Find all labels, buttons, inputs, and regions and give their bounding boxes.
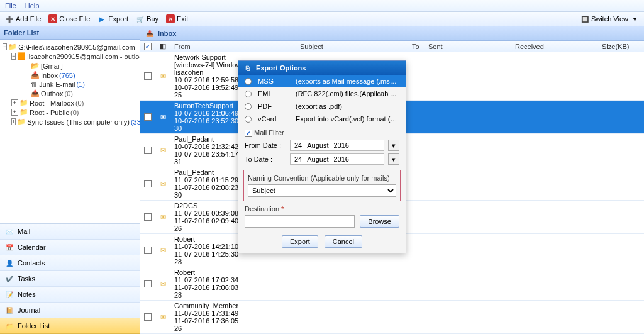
tree-inbox[interactable]: 📥 Inbox (765) — [1, 70, 138, 80]
expand-icon[interactable]: + — [11, 99, 18, 106]
format-desc: (exports as Mail message (.msg) files.) — [296, 77, 399, 85]
export-format-option[interactable]: PDF (export as .pdf) — [238, 100, 406, 113]
row-checkbox[interactable] — [144, 313, 152, 321]
calendar-icon[interactable]: ▾ — [388, 153, 399, 165]
radio-icon[interactable] — [245, 116, 252, 123]
col-from[interactable]: From — [170, 42, 296, 52]
to-date-picker[interactable]: 24August2016 — [290, 153, 384, 165]
row-from: Community_Member 11-07-2016 17:31:49 11-… — [170, 301, 296, 333]
export-button[interactable]: ▶Export — [97, 14, 128, 23]
row-checkbox[interactable] — [144, 113, 152, 121]
row-checkbox[interactable] — [144, 213, 152, 221]
calendar-icon: 📅 — [5, 243, 14, 252]
tree-store[interactable]: −🟧 lisacohen290915@gmail.com - outlook.p… — [1, 52, 138, 61]
menu-help[interactable]: Help — [25, 2, 40, 9]
nav-calendar[interactable]: 📅Calendar — [0, 240, 140, 255]
export-format-option[interactable]: vCard Export into vCard(.vcf) format (Ap… — [238, 113, 406, 125]
collapse-icon[interactable]: − — [11, 53, 16, 60]
row-checkbox[interactable] — [144, 280, 152, 287]
menu-file[interactable]: File — [5, 2, 16, 9]
browse-button[interactable]: Browse — [360, 215, 399, 228]
folder-icon: 📁 — [5, 321, 14, 330]
expand-icon[interactable]: + — [11, 118, 16, 125]
row-size: 28 — [174, 291, 212, 299]
nav-folder-list[interactable]: 📁Folder List — [0, 318, 140, 334]
destination-label: Destination — [245, 205, 279, 213]
envelope-icon: ✉ — [155, 245, 170, 256]
naming-label: Naming Convention (Applicable only for m… — [248, 174, 396, 182]
nav-mail[interactable]: ✉️Mail — [0, 224, 140, 240]
format-desc: Export into vCard(.vcf) format (Applicab… — [296, 115, 399, 123]
tree-gmail[interactable]: 📂 [Gmail] — [1, 61, 138, 70]
export-format-option[interactable]: MSG (exports as Mail message (.msg) file… — [238, 75, 406, 87]
nav-tasks[interactable]: ✔️Tasks — [0, 271, 140, 287]
tree-junk[interactable]: 🗑 Junk E-mail (1) — [1, 80, 138, 89]
export-format-option[interactable]: EML (RFC 822(.eml) files.(Applicable onl… — [238, 87, 406, 100]
cart-icon: 🛒 — [136, 14, 145, 23]
nav-notes[interactable]: 📝Notes — [0, 287, 140, 303]
mail-icon: ✉️ — [5, 227, 14, 236]
folder-list-title: Folder List — [0, 26, 140, 40]
menu-bar: File Help — [0, 0, 644, 12]
select-all-checkbox[interactable] — [144, 43, 152, 50]
format-desc: (RFC 822(.eml) files.(Applicable only fo… — [296, 90, 399, 97]
mail-filter-label: Mail Filter — [254, 129, 284, 136]
destination-input[interactable] — [245, 215, 355, 228]
buy-button[interactable]: 🛒Buy — [136, 14, 158, 23]
collapse-icon[interactable]: − — [3, 43, 7, 50]
naming-select[interactable]: Subject — [248, 184, 396, 197]
close-file-button[interactable]: ✕Close File — [48, 14, 90, 23]
col-received[interactable]: Received — [511, 42, 598, 52]
row-checkbox[interactable] — [144, 72, 152, 80]
radio-icon[interactable] — [245, 91, 252, 97]
exit-button[interactable]: ✕Exit — [166, 14, 188, 23]
from-date-picker[interactable]: 24August2016 — [290, 140, 384, 151]
expand-icon[interactable]: + — [11, 109, 18, 116]
close-icon: ✕ — [48, 14, 57, 23]
switch-view-button[interactable]: 🔲Switch View▾ — [580, 14, 639, 23]
col-subject[interactable]: Subject — [296, 42, 408, 52]
inbox-icon: 📥 — [145, 29, 154, 38]
nav-journal[interactable]: 📔Journal — [0, 303, 140, 318]
calendar-icon[interactable]: ▾ — [388, 140, 399, 151]
col-to[interactable]: To — [408, 42, 425, 52]
mail-row[interactable]: ✉ Robert 11-07-2016 17:02:34 11-07-2016 … — [140, 267, 644, 301]
envelope-icon: ✉ — [155, 179, 170, 189]
row-received: 11-07-2016 17:06:03 — [174, 284, 261, 291]
export-confirm-button[interactable]: Export — [282, 235, 318, 248]
from-date-row: From Date : 24August2016 ▾ — [238, 138, 406, 152]
envelope-icon: ✉ — [155, 212, 170, 223]
radio-icon[interactable] — [245, 103, 252, 110]
mail-filter-checkbox[interactable] — [245, 130, 252, 137]
tree-root[interactable]: −📁 G:\Files\lisacohen290915@gmail.com - … — [1, 42, 138, 52]
row-checkbox[interactable] — [144, 247, 152, 254]
nav-contacts[interactable]: 👤Contacts — [0, 255, 140, 271]
exit-icon: ✕ — [166, 14, 175, 23]
col-sent[interactable]: Sent — [425, 42, 511, 52]
tree-root-mailbox[interactable]: +📁 Root - Mailbox (0) — [1, 98, 138, 108]
cancel-button[interactable]: Cancel — [325, 235, 362, 248]
add-file-button[interactable]: ➕Add File — [5, 14, 41, 23]
envelope-icon: ✉ — [155, 312, 170, 323]
tree-sync[interactable]: +📁 Sync Issues (This computer only) (332 — [1, 117, 138, 126]
nav-stack: ✉️Mail 📅Calendar 👤Contacts ✔️Tasks 📝Note… — [0, 223, 140, 334]
notes-icon: 📝 — [5, 290, 14, 299]
col-size[interactable]: Size(KB) — [598, 42, 636, 52]
folder-tree[interactable]: −📁 G:\Files\lisacohen290915@gmail.com - … — [0, 40, 140, 223]
grid-header: ◧ From Subject To Sent Received Size(KB) — [140, 41, 644, 52]
plus-icon: ➕ — [5, 14, 14, 23]
envelope-icon: ✉ — [155, 112, 170, 123]
row-from: Robert 11-07-2016 17:02:34 11-07-2016 17… — [170, 267, 296, 300]
chevron-down-icon: ▾ — [630, 14, 639, 23]
row-checkbox[interactable] — [144, 180, 152, 187]
naming-convention-group: Naming Convention (Applicable only for m… — [243, 170, 401, 201]
col-icon[interactable]: ◧ — [155, 41, 170, 52]
radio-icon[interactable] — [245, 78, 252, 85]
mail-row[interactable]: ✉ Community_Member 11-07-2016 17:31:49 1… — [140, 301, 644, 334]
to-date-label: To Date : — [245, 155, 286, 163]
row-sent: 11-07-2016 17:02:34 — [174, 276, 261, 284]
tree-root-public[interactable]: +📁 Root - Public (0) — [1, 108, 138, 117]
row-checkbox[interactable] — [144, 147, 152, 154]
export-options-dialog: ⎘Export Options MSG (exports as Mail mes… — [238, 60, 406, 253]
tree-outbox[interactable]: 📤 Outbox (0) — [1, 89, 138, 98]
